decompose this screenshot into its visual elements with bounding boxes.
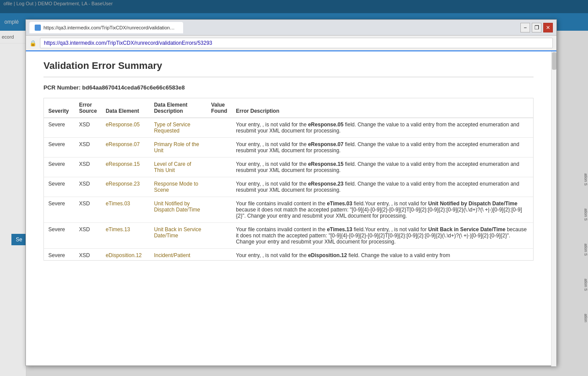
cell-source: XSD: [75, 138, 101, 158]
page-content: Validation Error Summary PCR Number: bd6…: [26, 51, 551, 365]
cell-error-desc: Your file contains invalid content in th…: [231, 197, 533, 223]
table-row: SevereXSDeTimes.13Unit Back in Service D…: [44, 223, 533, 249]
right-label-3: ation S: [582, 244, 588, 256]
restore-button[interactable]: ❐: [532, 23, 541, 32]
cell-error-desc: Your entry, , is not valid for the eDisp…: [231, 249, 533, 261]
close-button[interactable]: ✕: [543, 23, 553, 32]
cell-error-desc: Your entry, , is not valid for the eResp…: [231, 158, 533, 177]
cell-severity: Severe: [44, 158, 75, 177]
col-header-error: Error Description: [231, 98, 533, 118]
chrome-window: https://qa3.intermedix.com/TripTixCDX/ru…: [25, 19, 557, 366]
error-table: Severity Error Source Data Element Data …: [44, 98, 533, 260]
error-table-body: SevereXSDeResponse.05Type of Service Req…: [44, 118, 533, 261]
cell-element[interactable]: eResponse.15: [101, 158, 150, 177]
cell-severity: Severe: [44, 177, 75, 197]
cell-description: Unit Back in Service Date/Time: [150, 223, 207, 249]
sidebar-item-ecord: ecord: [0, 31, 26, 43]
right-label-4: ation S: [582, 279, 588, 291]
col-header-element: Data Element: [101, 98, 150, 118]
cell-error-desc: Your entry, , is not valid for the eResp…: [231, 118, 533, 138]
cell-source: XSD: [75, 118, 101, 138]
cell-value: [207, 223, 232, 249]
right-label-2: ation S: [582, 208, 588, 221]
table-row: SevereXSDeResponse.15Level of Care of Th…: [44, 158, 533, 177]
cell-element[interactable]: eResponse.07: [101, 138, 150, 158]
col-header-desc: Data Element Description: [150, 98, 207, 118]
cell-error-desc: Your entry, , is not valid for the eResp…: [231, 138, 533, 158]
chrome-tab[interactable]: https://qa3.intermedix.com/TripTixCDX/ru…: [29, 22, 183, 33]
nav-text: omplé: [4, 19, 19, 25]
cell-error-desc: Your entry, , is not valid for the eResp…: [231, 177, 533, 197]
chrome-addressbar: 🔒 https://qa3.intermedix.com/TripTixCDX/…: [26, 36, 556, 51]
cell-value: [207, 249, 232, 261]
minimize-button[interactable]: −: [520, 23, 530, 32]
cell-severity: Severe: [44, 138, 75, 158]
cell-source: XSD: [75, 197, 101, 223]
cell-severity: Severe: [44, 249, 75, 261]
lock-icon: 🔒: [29, 40, 36, 47]
cell-severity: Severe: [44, 118, 75, 138]
cell-severity: Severe: [44, 223, 75, 249]
col-header-severity: Severity: [44, 98, 75, 118]
cell-description: Level of Care of This Unit: [150, 158, 207, 177]
right-label-5: ation: [582, 314, 588, 322]
error-table-wrapper: Severity Error Source Data Element Data …: [43, 98, 534, 261]
cell-value: [207, 118, 232, 138]
scrollbar[interactable]: [551, 51, 556, 366]
chrome-controls: − ❐ ✕: [520, 23, 553, 32]
cell-description: Unit Notified by Dispatch Date/Time: [150, 197, 207, 223]
tab-favicon: [35, 25, 41, 31]
url-bar[interactable]: https://qa3.intermedix.com/TripTixCDX/ru…: [40, 38, 553, 48]
chrome-titlebar: https://qa3.intermedix.com/TripTixCDX/ru…: [26, 20, 556, 36]
table-row: SevereXSDeResponse.23Response Mode to Sc…: [44, 177, 533, 197]
cell-description: Incident/Patient: [150, 249, 207, 261]
cell-error-desc: Your file contains invalid content in th…: [231, 223, 533, 249]
page-title: Validation Error Summary: [43, 60, 534, 77]
table-row: SevereXSDeResponse.05Type of Service Req…: [44, 118, 533, 138]
cell-element[interactable]: eDisposition.12: [101, 249, 150, 261]
cell-value: [207, 197, 232, 223]
cell-severity: Severe: [44, 197, 75, 223]
topbar-text: ofile | Log Out ) DEMO Department, LA - …: [0, 0, 116, 9]
cell-source: XSD: [75, 249, 101, 261]
cell-source: XSD: [75, 177, 101, 197]
cell-element[interactable]: eResponse.23: [101, 177, 150, 197]
cell-value: [207, 158, 232, 177]
scroll-thumb[interactable]: [552, 52, 556, 70]
cell-description: Type of Service Requested: [150, 118, 207, 138]
cell-description: Response Mode to Scene: [150, 177, 207, 197]
cell-source: XSD: [75, 158, 101, 177]
table-row: SevereXSDeDisposition.12Incident/Patient…: [44, 249, 533, 261]
right-label-1: ation S: [582, 173, 588, 186]
cell-element[interactable]: eResponse.05: [101, 118, 150, 138]
cell-element[interactable]: eTimes.03: [101, 197, 150, 223]
cell-source: XSD: [75, 223, 101, 249]
table-row: SevereXSDeTimes.03Unit Notified by Dispa…: [44, 197, 533, 223]
cell-element[interactable]: eTimes.13: [101, 223, 150, 249]
col-header-source: Error Source: [75, 98, 101, 118]
cell-value: [207, 138, 232, 158]
table-row: SevereXSDeResponse.07Primary Role of the…: [44, 138, 533, 158]
table-header-row: Severity Error Source Data Element Data …: [44, 98, 533, 118]
cell-description: Primary Role of the Unit: [150, 138, 207, 158]
sidebar-button[interactable]: Se: [11, 234, 27, 245]
chrome-tab-title: https://qa3.intermedix.com/TripTixCDX/ru…: [43, 25, 178, 30]
cell-value: [207, 177, 232, 197]
col-header-value: Value Found: [207, 98, 232, 118]
pcr-number: PCR Number: bd64aa8670414ceda676c6e66c65…: [43, 84, 534, 91]
